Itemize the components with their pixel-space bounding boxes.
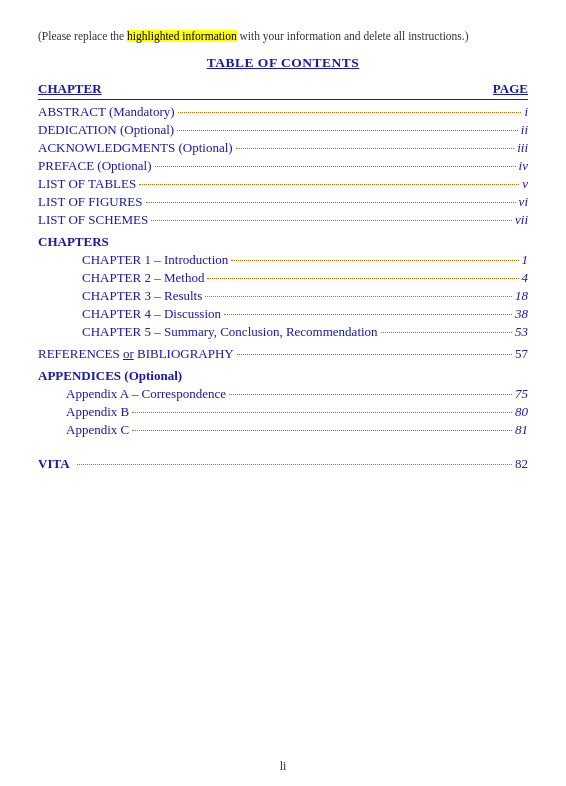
page-num: iii — [517, 140, 528, 156]
entry-label: CHAPTER 5 – Summary, Conclusion, Recomme… — [82, 324, 378, 340]
entry-label: LIST OF FIGURES — [38, 194, 143, 210]
chapters-label: CHAPTERS — [38, 234, 528, 250]
entry-label: PREFACE (Optional) — [38, 158, 152, 174]
dot-leader — [146, 202, 516, 203]
toc-entry-dedication: DEDICATION (Optional) ii — [38, 122, 528, 138]
toc-entry-acknowledgments: ACKNOWLEDGMENTS (Optional) iii — [38, 140, 528, 156]
page-num: 1 — [522, 252, 529, 268]
references-label: REFERENCES or BIBLIOGRAPHY — [38, 346, 234, 362]
toc-title: TABLE OF CONTENTS — [38, 55, 528, 71]
dot-leader — [237, 354, 512, 355]
page-footer: li — [0, 759, 566, 774]
header-page: PAGE — [493, 81, 528, 97]
toc-entry-appendix-b: Appendix B 80 — [66, 404, 528, 420]
dot-leader — [178, 112, 522, 113]
page-num: v — [522, 176, 528, 192]
toc-entry-chapter3: CHAPTER 3 – Results 18 — [82, 288, 528, 304]
entry-label: Appendix B — [66, 404, 129, 420]
page-num: i — [524, 104, 528, 120]
appendices-label: APPENDICES (Optional) — [38, 368, 528, 384]
header-chapter: CHAPTER — [38, 81, 102, 97]
entry-label: ABSTRACT (Mandatory) — [38, 104, 175, 120]
toc-entry-chapter1: CHAPTER 1 – Introduction 1 — [82, 252, 528, 268]
entry-label: CHAPTER 1 – Introduction — [82, 252, 228, 268]
dot-leader — [229, 394, 512, 395]
dot-leader — [77, 464, 512, 465]
toc-entry-list-figures: LIST OF FIGURES vi — [38, 194, 528, 210]
references-or: or — [123, 346, 134, 361]
references-label-end: BIBLIOGRAPHY — [134, 346, 234, 361]
dot-leader — [139, 184, 519, 185]
toc-header-row: CHAPTER PAGE — [38, 81, 528, 100]
page-num: 80 — [515, 404, 528, 420]
toc-entry-vita: VITA 82 — [38, 456, 528, 472]
dot-leader — [132, 430, 512, 431]
entry-label: CHAPTER 2 – Method — [82, 270, 204, 286]
dot-leader — [205, 296, 512, 297]
toc-entry-references: REFERENCES or BIBLIOGRAPHY 57 — [38, 346, 528, 362]
toc-entry-chapter2: CHAPTER 2 – Method 4 — [82, 270, 528, 286]
page-num: 75 — [515, 386, 528, 402]
entry-label: DEDICATION (Optional) — [38, 122, 174, 138]
entry-label: Appendix C — [66, 422, 129, 438]
toc-entry-chapter5: CHAPTER 5 – Summary, Conclusion, Recomme… — [82, 324, 528, 340]
toc-entry-abstract: ABSTRACT (Mandatory) i — [38, 104, 528, 120]
page-num: 82 — [515, 456, 528, 472]
page-num: 53 — [515, 324, 528, 340]
page-num: 57 — [515, 346, 528, 362]
page-num: 18 — [515, 288, 528, 304]
instruction-text: (Please replace the highlighted informat… — [38, 28, 528, 45]
page-num: vi — [519, 194, 528, 210]
page-num: 81 — [515, 422, 528, 438]
instruction-prefix: (Please replace the — [38, 30, 127, 42]
dot-leader — [151, 220, 512, 221]
toc-entry-list-tables: LIST OF TABLES v — [38, 176, 528, 192]
dot-leader — [207, 278, 518, 279]
toc-entry-preface: PREFACE (Optional) iv — [38, 158, 528, 174]
toc-entry-list-schemes: LIST OF SCHEMES vii — [38, 212, 528, 228]
toc-entry-appendix-c: Appendix C 81 — [66, 422, 528, 438]
page: (Please replace the highlighted informat… — [0, 0, 566, 786]
references-label-start: REFERENCES — [38, 346, 123, 361]
entry-label: CHAPTER 3 – Results — [82, 288, 202, 304]
page-num: vii — [515, 212, 528, 228]
entry-label: CHAPTER 4 – Discussion — [82, 306, 221, 322]
page-num: iv — [519, 158, 528, 174]
dot-leader — [224, 314, 512, 315]
entry-label: LIST OF TABLES — [38, 176, 136, 192]
page-num: 4 — [522, 270, 529, 286]
instruction-highlight: highlighted information — [127, 30, 237, 42]
entry-label: Appendix A – Correspondence — [66, 386, 226, 402]
dot-leader — [132, 412, 512, 413]
dot-leader — [155, 166, 516, 167]
dot-leader — [236, 148, 515, 149]
dot-leader — [177, 130, 518, 131]
toc-entry-appendix-a: Appendix A – Correspondence 75 — [66, 386, 528, 402]
dot-leader — [381, 332, 512, 333]
instruction-suffix: with your information and delete all ins… — [237, 30, 469, 42]
entry-label: LIST OF SCHEMES — [38, 212, 148, 228]
page-num: 38 — [515, 306, 528, 322]
entry-label: ACKNOWLEDGMENTS (Optional) — [38, 140, 233, 156]
dot-leader — [231, 260, 518, 261]
toc-entry-chapter4: CHAPTER 4 – Discussion 38 — [82, 306, 528, 322]
page-num: ii — [521, 122, 528, 138]
vita-label: VITA — [38, 456, 70, 472]
